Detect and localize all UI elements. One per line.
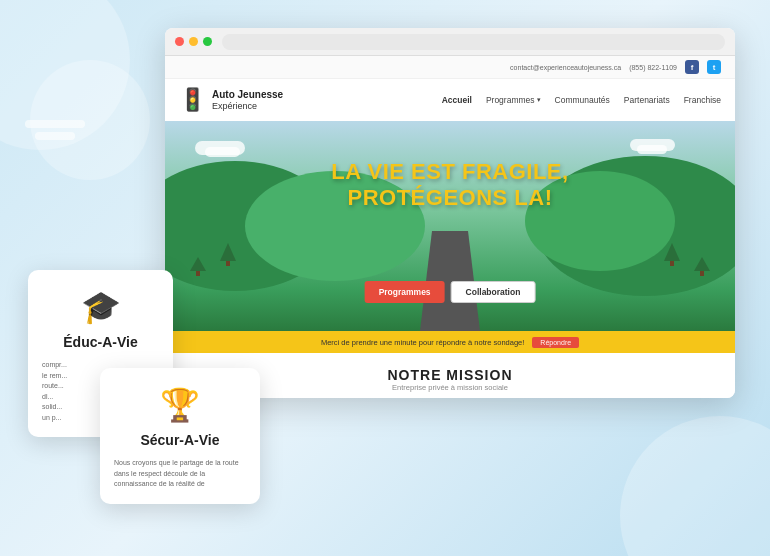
phone-contact: (855) 822-1109 <box>629 64 677 71</box>
chevron-down-icon: ▾ <box>537 96 541 104</box>
hero-cloud-4 <box>637 145 667 154</box>
nav-item-accueil[interactable]: Accueil <box>442 95 472 105</box>
maximize-button[interactable] <box>203 37 212 46</box>
card-secur-a-vie: 🏆 Sécur-A-Vie Nous croyons que le partag… <box>100 368 260 504</box>
twitter-icon[interactable]: t <box>707 60 721 74</box>
hero-section: LA VIE EST FRAGILE, PROTÉGEONS LA! Progr… <box>165 121 735 331</box>
cloud-bar-1 <box>25 120 85 128</box>
cloud-bar-2 <box>35 132 75 140</box>
email-contact: contact@experienceautojeuness.ca <box>510 64 621 71</box>
hero-title-line2: PROTÉGEONS LA! <box>165 185 735 211</box>
survey-button[interactable]: Répondre <box>532 337 579 348</box>
deco-circle-3 <box>620 416 770 556</box>
window-controls <box>175 37 212 46</box>
website-content: contact@experienceautojeuness.ca (855) 8… <box>165 56 735 398</box>
secur-text: Nous croyons que le partage de la route … <box>114 458 246 490</box>
secur-title: Sécur-A-Vie <box>114 432 246 448</box>
browser-window: contact@experienceautojeuness.ca (855) 8… <box>165 28 735 398</box>
page-background: contact@experienceautojeuness.ca (855) 8… <box>0 0 770 556</box>
browser-chrome <box>165 28 735 56</box>
nav-item-programmes[interactable]: Programmes ▾ <box>486 95 541 105</box>
tree-far-left <box>190 257 206 276</box>
educ-title: Éduc-A-Vie <box>42 334 159 350</box>
mission-subtitle: Entreprise privée à mission sociale <box>185 383 715 392</box>
close-button[interactable] <box>175 37 184 46</box>
mission-title: NOTRE MISSION <box>185 367 715 383</box>
survey-bar: Merci de prendre une minute pour répondr… <box>165 331 735 353</box>
tree-right <box>664 243 680 266</box>
tree-far-right <box>694 257 710 276</box>
hero-buttons: Programmes Collaboration <box>365 281 536 303</box>
minimize-button[interactable] <box>189 37 198 46</box>
hero-text: LA VIE EST FRAGILE, PROTÉGEONS LA! <box>165 159 735 212</box>
nav-item-communautes[interactable]: Communautés <box>555 95 610 105</box>
educ-logo-icon: 🎓 <box>42 288 159 326</box>
top-contact-bar: contact@experienceautojeuness.ca (855) 8… <box>165 56 735 79</box>
logo-icon: 🚦 <box>179 87 206 113</box>
tree-left <box>220 243 236 266</box>
programmes-button[interactable]: Programmes <box>365 281 445 303</box>
site-logo: 🚦 Auto Jeunesse Expérience <box>179 87 283 113</box>
url-bar[interactable] <box>222 34 725 50</box>
secur-logo-icon: 🏆 <box>114 386 246 424</box>
nav-item-franchise[interactable]: Franchise <box>684 95 721 105</box>
main-nav: Accueil Programmes ▾ Communautés Partena… <box>442 95 721 105</box>
collaboration-button[interactable]: Collaboration <box>451 281 536 303</box>
site-header: 🚦 Auto Jeunesse Expérience Accueil Progr… <box>165 79 735 121</box>
hero-cloud-2 <box>205 147 240 157</box>
survey-text: Merci de prendre une minute pour répondr… <box>321 338 524 347</box>
facebook-icon[interactable]: f <box>685 60 699 74</box>
nav-item-partenariats[interactable]: Partenariats <box>624 95 670 105</box>
hero-title-line1: LA VIE EST FRAGILE, <box>165 159 735 185</box>
logo-text: Auto Jeunesse Expérience <box>212 88 283 113</box>
